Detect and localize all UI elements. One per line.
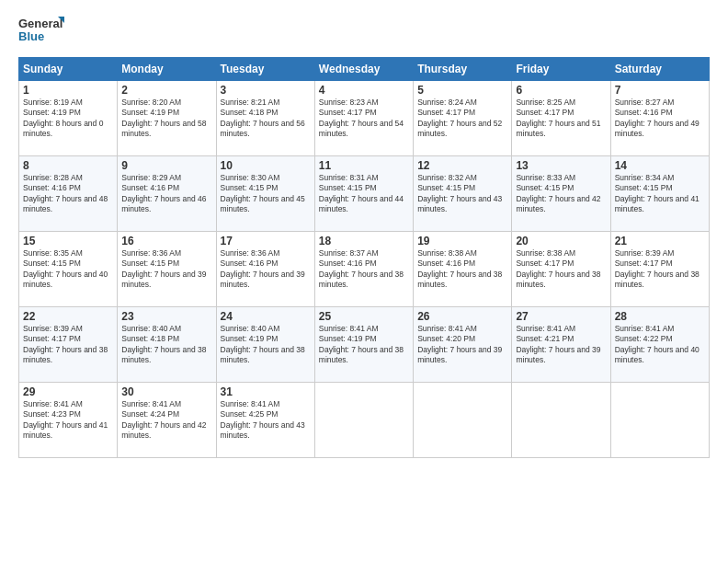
- sunset: Sunset: 4:15 PM: [516, 183, 574, 192]
- sunrise: Sunrise: 8:37 AM: [319, 248, 379, 258]
- day-number: 13: [516, 159, 606, 172]
- calendar-cell: 7 Sunrise: 8:27 AM Sunset: 4:16 PM Dayli…: [610, 81, 709, 156]
- calendar-cell: 4 Sunrise: 8:23 AM Sunset: 4:17 PM Dayli…: [314, 81, 413, 156]
- sunset: Sunset: 4:16 PM: [221, 259, 279, 268]
- week-row-5: 29 Sunrise: 8:41 AM Sunset: 4:23 PM Dayl…: [19, 383, 710, 458]
- sunrise: Sunrise: 8:41 AM: [417, 324, 477, 333]
- week-row-4: 22 Sunrise: 8:39 AM Sunset: 4:17 PM Dayl…: [19, 307, 710, 383]
- sunrise: Sunrise: 8:34 AM: [615, 173, 675, 182]
- cell-info: Sunrise: 8:36 AM Sunset: 4:15 PM Dayligh…: [121, 248, 211, 291]
- week-row-2: 8 Sunrise: 8:28 AM Sunset: 4:16 PM Dayli…: [19, 156, 710, 232]
- daylight: Daylight: 7 hours and 52 minutes.: [417, 119, 502, 138]
- daylight: Daylight: 7 hours and 51 minutes.: [516, 119, 600, 138]
- day-number: 20: [516, 235, 606, 247]
- cell-info: Sunrise: 8:25 AM Sunset: 4:17 PM Dayligh…: [516, 98, 606, 140]
- sunrise: Sunrise: 8:40 AM: [221, 324, 280, 333]
- cell-info: Sunrise: 8:33 AM Sunset: 4:15 PM Dayligh…: [516, 173, 606, 215]
- logo: General Blue: [18, 15, 64, 48]
- day-number: 12: [417, 159, 507, 172]
- day-number: 10: [221, 159, 311, 172]
- sunset: Sunset: 4:16 PM: [615, 108, 673, 117]
- cell-info: Sunrise: 8:41 AM Sunset: 4:23 PM Dayligh…: [23, 399, 113, 442]
- cell-info: Sunrise: 8:19 AM Sunset: 4:19 PM Dayligh…: [23, 98, 113, 140]
- calendar-cell: [314, 383, 413, 458]
- logo-svg: General Blue: [18, 15, 64, 48]
- cell-info: Sunrise: 8:35 AM Sunset: 4:15 PM Dayligh…: [23, 248, 113, 291]
- sunset: Sunset: 4:17 PM: [615, 259, 673, 268]
- day-number: 15: [23, 235, 113, 247]
- calendar-cell: 29 Sunrise: 8:41 AM Sunset: 4:23 PM Dayl…: [19, 383, 118, 458]
- day-number: 30: [121, 385, 211, 398]
- cell-info: Sunrise: 8:39 AM Sunset: 4:17 PM Dayligh…: [23, 324, 113, 366]
- calendar-cell: 1 Sunrise: 8:19 AM Sunset: 4:19 PM Dayli…: [19, 81, 118, 156]
- cell-info: Sunrise: 8:28 AM Sunset: 4:16 PM Dayligh…: [23, 173, 113, 215]
- cell-info: Sunrise: 8:40 AM Sunset: 4:19 PM Dayligh…: [221, 324, 311, 366]
- day-number: 31: [221, 385, 311, 398]
- sunrise: Sunrise: 8:32 AM: [417, 173, 477, 182]
- cell-info: Sunrise: 8:41 AM Sunset: 4:22 PM Dayligh…: [615, 324, 705, 366]
- sunset: Sunset: 4:19 PM: [319, 334, 377, 343]
- day-number: 27: [516, 310, 606, 323]
- sunrise: Sunrise: 8:29 AM: [121, 173, 181, 182]
- calendar-cell: 15 Sunrise: 8:35 AM Sunset: 4:15 PM Dayl…: [19, 232, 118, 307]
- calendar-header: SundayMondayTuesdayWednesdayThursdayFrid…: [19, 58, 710, 81]
- daylight: Daylight: 7 hours and 38 minutes.: [319, 270, 404, 289]
- calendar-cell: 19 Sunrise: 8:38 AM Sunset: 4:16 PM Dayl…: [414, 232, 512, 307]
- calendar-cell: [610, 383, 709, 458]
- calendar-cell: 8 Sunrise: 8:28 AM Sunset: 4:16 PM Dayli…: [19, 156, 118, 232]
- calendar-cell: 20 Sunrise: 8:38 AM Sunset: 4:17 PM Dayl…: [512, 232, 610, 307]
- col-header-saturday: Saturday: [610, 58, 709, 81]
- cell-info: Sunrise: 8:41 AM Sunset: 4:20 PM Dayligh…: [417, 324, 507, 366]
- daylight: Daylight: 7 hours and 39 minutes.: [121, 270, 206, 289]
- daylight: Daylight: 8 hours and 0 minutes.: [23, 119, 103, 138]
- day-number: 6: [516, 84, 606, 97]
- sunset: Sunset: 4:17 PM: [23, 334, 81, 343]
- col-header-monday: Monday: [118, 58, 216, 81]
- daylight: Daylight: 7 hours and 54 minutes.: [319, 119, 404, 138]
- sunrise: Sunrise: 8:36 AM: [221, 248, 280, 258]
- daylight: Daylight: 7 hours and 58 minutes.: [121, 119, 206, 138]
- cell-info: Sunrise: 8:31 AM Sunset: 4:15 PM Dayligh…: [319, 173, 409, 215]
- day-number: 18: [319, 235, 409, 247]
- daylight: Daylight: 7 hours and 43 minutes.: [417, 194, 502, 213]
- sunset: Sunset: 4:19 PM: [121, 108, 179, 117]
- daylight: Daylight: 7 hours and 39 minutes.: [516, 345, 600, 364]
- daylight: Daylight: 7 hours and 38 minutes.: [615, 270, 700, 289]
- sunset: Sunset: 4:17 PM: [417, 108, 475, 117]
- calendar-table: SundayMondayTuesdayWednesdayThursdayFrid…: [18, 57, 710, 458]
- sunset: Sunset: 4:22 PM: [615, 334, 673, 343]
- sunset: Sunset: 4:19 PM: [221, 334, 279, 343]
- col-header-wednesday: Wednesday: [314, 58, 413, 81]
- calendar-cell: 26 Sunrise: 8:41 AM Sunset: 4:20 PM Dayl…: [414, 307, 512, 383]
- daylight: Daylight: 7 hours and 49 minutes.: [615, 119, 700, 138]
- sunset: Sunset: 4:16 PM: [23, 183, 81, 192]
- day-number: 24: [221, 310, 311, 323]
- cell-info: Sunrise: 8:34 AM Sunset: 4:15 PM Dayligh…: [615, 173, 705, 215]
- sunset: Sunset: 4:23 PM: [23, 409, 81, 419]
- cell-info: Sunrise: 8:23 AM Sunset: 4:17 PM Dayligh…: [319, 98, 409, 140]
- cell-info: Sunrise: 8:37 AM Sunset: 4:16 PM Dayligh…: [319, 248, 409, 291]
- day-number: 4: [319, 84, 409, 97]
- sunrise: Sunrise: 8:30 AM: [221, 173, 280, 182]
- col-header-tuesday: Tuesday: [216, 58, 314, 81]
- col-header-thursday: Thursday: [414, 58, 512, 81]
- cell-info: Sunrise: 8:32 AM Sunset: 4:15 PM Dayligh…: [417, 173, 507, 215]
- calendar-cell: 17 Sunrise: 8:36 AM Sunset: 4:16 PM Dayl…: [216, 232, 314, 307]
- calendar-cell: 9 Sunrise: 8:29 AM Sunset: 4:16 PM Dayli…: [118, 156, 216, 232]
- day-number: 8: [23, 159, 113, 172]
- daylight: Daylight: 7 hours and 44 minutes.: [319, 194, 404, 213]
- daylight: Daylight: 7 hours and 39 minutes.: [221, 270, 305, 289]
- calendar-cell: 6 Sunrise: 8:25 AM Sunset: 4:17 PM Dayli…: [512, 81, 610, 156]
- calendar-cell: 24 Sunrise: 8:40 AM Sunset: 4:19 PM Dayl…: [216, 307, 314, 383]
- day-number: 1: [23, 84, 113, 97]
- sunset: Sunset: 4:17 PM: [319, 108, 377, 117]
- cell-info: Sunrise: 8:27 AM Sunset: 4:16 PM Dayligh…: [615, 98, 705, 140]
- sunrise: Sunrise: 8:31 AM: [319, 173, 379, 182]
- svg-text:General: General: [18, 17, 63, 30]
- page: General Blue SundayMondayTuesdayWednesda…: [0, 0, 728, 563]
- calendar-cell: 2 Sunrise: 8:20 AM Sunset: 4:19 PM Dayli…: [118, 81, 216, 156]
- sunrise: Sunrise: 8:21 AM: [221, 98, 280, 107]
- daylight: Daylight: 7 hours and 40 minutes.: [615, 345, 700, 364]
- calendar-cell: 23 Sunrise: 8:40 AM Sunset: 4:18 PM Dayl…: [118, 307, 216, 383]
- cell-info: Sunrise: 8:40 AM Sunset: 4:18 PM Dayligh…: [121, 324, 211, 366]
